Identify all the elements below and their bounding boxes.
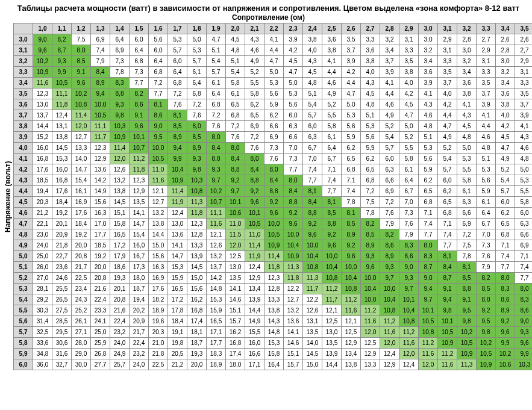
data-cell: 9,1 bbox=[438, 284, 457, 294]
data-cell: 9,6 bbox=[342, 251, 361, 262]
data-cell: 18,4 bbox=[72, 219, 91, 229]
data-cell: 8,1 bbox=[149, 99, 168, 110]
data-cell: 14,0 bbox=[72, 154, 91, 164]
data-cell: 10,2 bbox=[496, 349, 515, 359]
row-header: 3,7 bbox=[14, 110, 33, 121]
data-cell: 8,6 bbox=[515, 305, 533, 316]
data-cell: 24,0 bbox=[130, 359, 149, 370]
data-cell: 6,4 bbox=[149, 56, 168, 67]
row-header: 4,5 bbox=[14, 197, 33, 208]
data-cell: 6,0 bbox=[303, 121, 322, 132]
data-cell: 6,8 bbox=[130, 56, 149, 67]
data-cell: 16,0 bbox=[33, 143, 52, 154]
data-cell: 25,0 bbox=[33, 251, 52, 262]
data-cell: 8,8 bbox=[245, 175, 264, 186]
data-cell: 10,8 bbox=[322, 273, 342, 284]
data-cell: 8,8 bbox=[207, 154, 226, 164]
data-cell: 12,3 bbox=[130, 175, 149, 186]
data-cell: 10,5 bbox=[457, 338, 477, 349]
data-cell: 6,1 bbox=[226, 89, 245, 99]
col-header: 1,5 bbox=[130, 23, 149, 34]
data-cell: 11,2 bbox=[399, 327, 419, 338]
data-cell: 3,4 bbox=[457, 67, 477, 78]
row-header: 5,9 bbox=[14, 349, 33, 359]
data-cell: 6,0 bbox=[149, 45, 168, 56]
data-cell: 4,5 bbox=[361, 89, 380, 99]
data-cell: 4,2 bbox=[438, 99, 457, 110]
data-cell: 3,7 bbox=[477, 89, 496, 99]
data-cell: 7,9 bbox=[399, 229, 419, 240]
data-cell: 6,8 bbox=[419, 197, 438, 208]
data-cell: 14,7 bbox=[168, 251, 187, 262]
data-cell: 14,5 bbox=[303, 349, 322, 359]
data-cell: 6,5 bbox=[226, 99, 245, 110]
data-cell: 14,7 bbox=[72, 164, 91, 175]
data-cell: 11,9 bbox=[168, 197, 187, 208]
data-cell: 15,0 bbox=[303, 359, 322, 370]
data-cell: 8,0 bbox=[245, 154, 264, 164]
data-cell: 7,7 bbox=[515, 273, 533, 284]
data-cell: 8,8 bbox=[284, 197, 303, 208]
data-cell: 12,9 bbox=[380, 359, 399, 370]
data-cell: 8,3 bbox=[496, 284, 515, 294]
data-cell: 10,9 bbox=[477, 359, 496, 370]
col-header: 1,1 bbox=[52, 23, 72, 34]
data-cell: 7,2 bbox=[245, 132, 264, 143]
data-cell: 10,4 bbox=[361, 284, 380, 294]
data-cell: 5,3 bbox=[477, 164, 496, 175]
row-header: 3,3 bbox=[14, 67, 33, 78]
data-cell: 12,1 bbox=[322, 305, 342, 316]
data-cell: 12,4 bbox=[380, 349, 399, 359]
data-cell: 5,2 bbox=[380, 121, 399, 132]
data-cell: 11,2 bbox=[380, 316, 399, 327]
data-cell: 17,9 bbox=[110, 251, 130, 262]
data-cell: 11,1 bbox=[91, 121, 110, 132]
data-cell: 9,2 bbox=[342, 240, 361, 251]
data-cell: 27,1 bbox=[72, 327, 91, 338]
data-cell: 23,3 bbox=[91, 305, 110, 316]
data-cell: 4,1 bbox=[419, 89, 438, 99]
data-cell: 8,6 bbox=[149, 110, 168, 121]
data-cell: 31,6 bbox=[52, 349, 72, 359]
data-cell: 14,4 bbox=[245, 305, 264, 316]
data-cell: 3,1 bbox=[399, 34, 419, 45]
data-cell: 6,8 bbox=[168, 78, 187, 89]
data-cell: 16,2 bbox=[226, 327, 245, 338]
data-cell: 10,9 bbox=[438, 338, 457, 349]
data-cell: 9,4 bbox=[419, 284, 438, 294]
data-cell: 7,6 bbox=[477, 251, 496, 262]
data-cell: 9,3 bbox=[361, 251, 380, 262]
data-cell: 6,3 bbox=[303, 132, 322, 143]
row-header: 5,8 bbox=[14, 338, 33, 349]
data-cell: 18,3 bbox=[207, 349, 226, 359]
data-cell: 6,5 bbox=[496, 219, 515, 229]
data-cell: 9,6 bbox=[515, 338, 533, 349]
data-cell: 2,8 bbox=[496, 45, 515, 56]
data-cell: 21,2 bbox=[33, 208, 52, 219]
data-cell: 13,2 bbox=[110, 175, 130, 186]
data-cell: 9,7 bbox=[226, 186, 245, 197]
data-cell: 12,0 bbox=[72, 121, 91, 132]
data-cell: 6,2 bbox=[342, 143, 361, 154]
data-cell: 16,3 bbox=[91, 208, 110, 219]
data-cell: 16,5 bbox=[110, 229, 130, 240]
data-cell: 16,0 bbox=[52, 164, 72, 175]
data-cell: 6,1 bbox=[322, 132, 342, 143]
data-cell: 13,8 bbox=[149, 219, 168, 229]
data-cell: 13,5 bbox=[303, 327, 322, 338]
row-header: 5,6 bbox=[14, 316, 33, 327]
data-cell: 4,9 bbox=[245, 56, 264, 67]
data-cell: 9,2 bbox=[245, 186, 264, 197]
data-cell: 6,0 bbox=[168, 56, 187, 67]
data-cell: 12,2 bbox=[284, 284, 303, 294]
data-cell: 3,6 bbox=[419, 67, 438, 78]
data-cell: 18,0 bbox=[130, 273, 149, 284]
data-cell: 10,4 bbox=[380, 294, 399, 305]
data-cell: 11,4 bbox=[110, 143, 130, 154]
col-header: 1,9 bbox=[207, 23, 226, 34]
data-cell: 13,7 bbox=[33, 110, 52, 121]
data-cell: 8,4 bbox=[438, 262, 457, 273]
data-cell: 5,4 bbox=[496, 175, 515, 186]
data-cell: 14,4 bbox=[322, 359, 342, 370]
data-cell: 12,8 bbox=[264, 284, 284, 294]
